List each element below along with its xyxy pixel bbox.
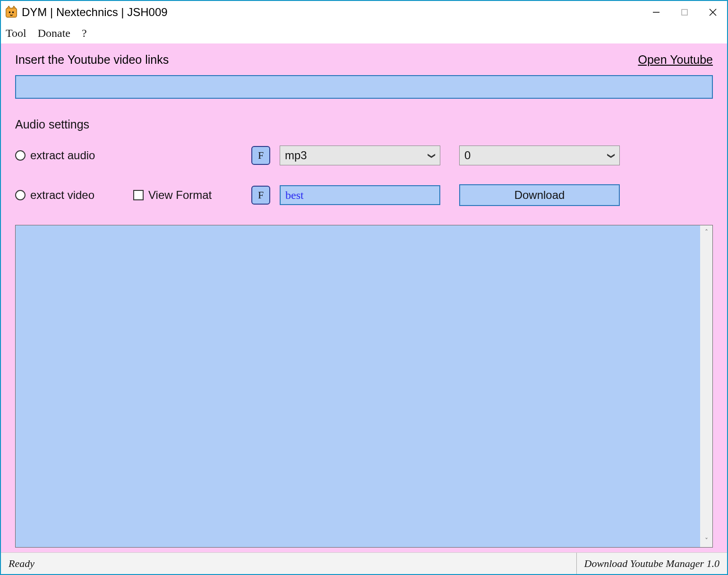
- open-youtube-link[interactable]: Open Youtube: [638, 53, 713, 67]
- menu-donate[interactable]: Donate: [38, 27, 70, 40]
- menu-help[interactable]: ?: [82, 27, 87, 40]
- view-format-label: View Format: [148, 189, 212, 202]
- audio-format-select[interactable]: mp3 ❯: [280, 146, 440, 165]
- audio-format-value: mp3: [285, 149, 307, 162]
- insert-label: Insert the Youtube video links: [15, 53, 169, 67]
- main-panel: Insert the Youtube video links Open Yout…: [1, 43, 727, 552]
- extract-video-row: extract video View Format F best Downloa…: [15, 184, 713, 206]
- menubar: Tool Donate ?: [1, 24, 727, 43]
- app-icon: [5, 6, 18, 19]
- video-format-value: best: [285, 189, 304, 202]
- window-title: DYM | Nextechnics | JSH009: [22, 6, 168, 19]
- svg-rect-0: [6, 8, 17, 17]
- scroll-down-icon[interactable]: ˅: [705, 537, 708, 544]
- close-button[interactable]: [699, 1, 727, 24]
- extract-video-radio[interactable]: [15, 190, 26, 200]
- scroll-up-icon[interactable]: ˄: [705, 228, 708, 236]
- output-panel: ˄ ˅: [15, 225, 713, 548]
- status-left: Ready: [9, 558, 34, 570]
- maximize-button[interactable]: [670, 1, 699, 24]
- format-audio-button[interactable]: F: [251, 146, 270, 165]
- titlebar: DYM | Nextechnics | JSH009: [1, 1, 727, 24]
- download-button[interactable]: Download: [459, 184, 620, 206]
- chevron-down-icon: ❯: [607, 153, 616, 159]
- format-video-button[interactable]: F: [251, 186, 270, 205]
- svg-point-1: [9, 11, 11, 13]
- chevron-down-icon: ❯: [428, 153, 437, 159]
- minimize-button[interactable]: [642, 1, 670, 24]
- statusbar: Ready Download Youtube Manager 1.0: [1, 552, 727, 574]
- extract-audio-radio[interactable]: [15, 150, 26, 161]
- svg-rect-4: [682, 9, 687, 15]
- url-input[interactable]: [15, 75, 713, 99]
- audio-quality-value: 0: [464, 149, 471, 162]
- menu-tool[interactable]: Tool: [6, 27, 26, 40]
- audio-quality-select[interactable]: 0 ❯: [459, 146, 620, 165]
- audio-settings-label: Audio settings: [15, 118, 713, 131]
- svg-point-2: [12, 11, 14, 13]
- output-scrollbar[interactable]: ˄ ˅: [700, 225, 712, 547]
- extract-video-label: extract video: [30, 189, 94, 202]
- application-window: DYM | Nextechnics | JSH009 Tool Donate ?…: [0, 0, 728, 575]
- extract-audio-label: extract audio: [30, 149, 95, 162]
- window-controls: [642, 1, 727, 24]
- status-right: Download Youtube Manager 1.0: [576, 553, 719, 574]
- extract-audio-row: extract audio F mp3 ❯ 0 ❯: [15, 146, 713, 165]
- video-format-input[interactable]: best: [280, 185, 440, 205]
- view-format-checkbox[interactable]: [133, 190, 144, 200]
